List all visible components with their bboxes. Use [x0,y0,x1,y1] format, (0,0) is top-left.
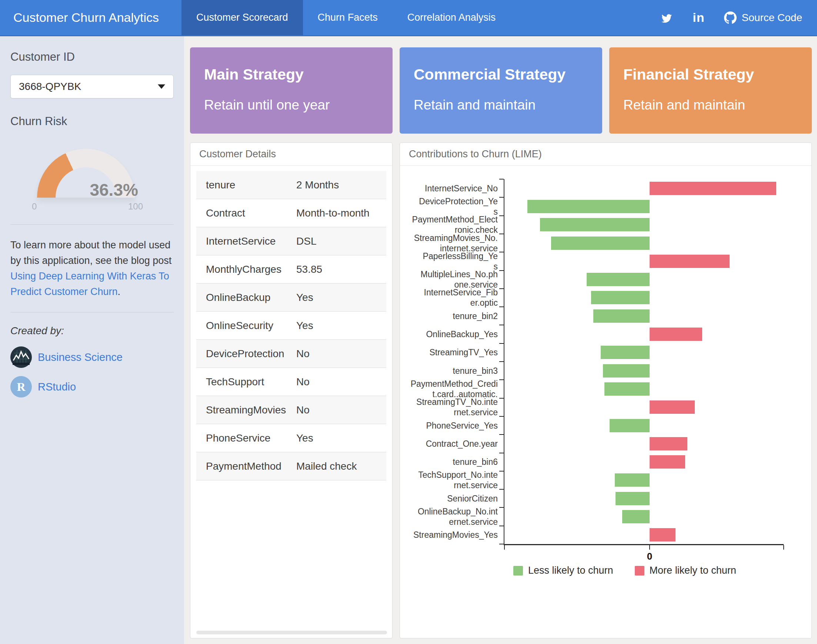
lime-bar [527,200,650,213]
lime-row: StreamingTV_Yes [504,343,784,362]
row-value: Yes [296,432,386,444]
lime-row: SeniorCitizen [504,489,784,508]
churn-risk-gauge: 36.3% [37,149,135,198]
lime-chart-panel: Contributions to Churn (LIME) InternetSe… [399,143,812,638]
category-label: OnlineBackup_Yes [397,329,498,339]
source-code-label: Source Code [742,12,802,24]
y-axis-tick [499,379,504,380]
navbar: Customer Churn Analytics Customer Scorec… [0,0,817,36]
lime-row: OnlineBackup_No.internet.service [504,508,784,526]
y-axis-tick [499,361,504,362]
table-row: OnlineBackupYes [196,284,386,312]
sidebar: Customer ID 3668-QPYBK Churn Risk 36.3% … [0,36,184,644]
legend-swatch [635,566,644,575]
tab-correlation-analysis[interactable]: Correlation Analysis [393,0,511,35]
y-axis-tick [499,270,504,271]
y-axis-tick [499,526,504,526]
lime-bar [615,473,650,487]
lime-bar [601,346,650,359]
category-label: DeviceProtection_Yes [397,196,498,217]
lime-row: PaymentMethod_Credit.card..automatic. [504,380,784,398]
lime-bar [551,236,650,250]
gauge-minmax: 0 100 [32,201,143,212]
row-value: Month-to-month [296,207,386,219]
gauge-min-label: 0 [32,201,37,212]
business-science-link[interactable]: Business Science [38,351,123,363]
y-axis-tick [499,416,504,417]
tab-churn-facets[interactable]: Churn Facets [303,0,393,35]
lime-row: OnlineBackup_Yes [504,325,784,343]
x-axis-tick [649,545,650,550]
row-key: Contract [196,207,296,219]
lime-row: PaymentMethod_Electronic.check [504,216,784,234]
row-key: PhoneService [196,432,296,444]
customer-id-select[interactable]: 3668-QPYBK [10,75,174,98]
y-axis-tick [499,453,504,453]
lime-row: InternetService_Fiber.optic [504,289,784,307]
strategy-subtitle: Retain and maintain [414,97,602,113]
row-value: Mailed check [296,460,386,472]
horizontal-scrollbar[interactable] [196,631,387,634]
category-label: tenure_bin3 [397,366,498,376]
tab-customer-scorecard[interactable]: Customer Scorecard [181,0,303,35]
lime-bar [650,182,776,195]
lime-row: PaperlessBilling_Yes [504,252,784,270]
lime-row: MultipleLines_No.phone.service [504,271,784,289]
lime-row: tenure_bin2 [504,307,784,325]
row-key: StreamingMovies [196,404,296,416]
category-label: TechSupport_No.internet.service [397,470,498,491]
github-icon [724,11,737,24]
row-value: No [296,348,386,360]
lime-bar [591,291,650,304]
category-label: Contract_One.year [397,439,498,449]
about-text: To learn more about the model used by th… [10,237,174,299]
lime-bar [540,218,650,232]
category-label: PaymentMethod_Electronic.check [397,214,498,235]
lime-row: StreamingTV_No.internet.service [504,398,784,416]
lime-bar [650,455,685,469]
row-value: Yes [296,292,386,304]
lime-bar [650,400,695,414]
strategy-title: Commercial Strategy [414,66,602,83]
lime-bar [622,510,650,523]
x-axis-tick [783,545,784,550]
x-axis-zero-label: 0 [647,551,652,562]
lime-row: PhoneService_Yes [504,416,784,434]
legend-label: More likely to churn [650,565,736,576]
category-label: PhoneService_Yes [397,420,498,431]
y-axis-tick [499,233,504,234]
strategy-title: Main Strategy [204,66,393,83]
row-key: OnlineBackup [196,292,296,304]
app-title: Customer Churn Analytics [0,0,181,35]
y-axis-tick [499,434,504,435]
y-axis-tick [499,544,504,544]
row-key: PaymentMethod [196,460,296,472]
category-label: tenure_bin2 [397,311,498,321]
category-label: PaperlessBilling_Yes [397,251,498,272]
category-label: StreamingMovies_Yes [397,530,498,540]
row-value: No [296,376,386,388]
created-by-label: Created by: [10,325,174,337]
row-value: 2 Months [296,179,386,191]
category-label: InternetService_No [397,183,498,193]
lime-bar [610,419,650,432]
lime-row: DeviceProtection_Yes [504,197,784,215]
y-axis-tick [499,251,504,252]
row-key: TechSupport [196,376,296,388]
sidebar-divider [10,312,174,312]
lime-row: tenure_bin3 [504,362,784,380]
legend-item[interactable]: More likely to churn [635,565,736,576]
legend-item[interactable]: Less likely to churn [513,565,613,576]
customer-details-title: Customer Details [190,143,392,166]
source-code-link[interactable]: Source Code [724,11,802,24]
rstudio-link[interactable]: RStudio [38,381,76,393]
twitter-icon[interactable] [660,12,673,24]
y-axis-tick [499,179,504,179]
chart-legend: Less likely to churnMore likely to churn [513,565,736,576]
category-label: MultipleLines_No.phone.service [397,269,498,290]
category-label: StreamingMovies_No.internet.service [397,233,498,253]
linkedin-icon[interactable]: in [693,10,705,25]
x-axis-tick [504,545,505,550]
blog-post-link[interactable]: Using Deep Learning With Keras To Predic… [10,271,169,297]
table-row: OnlineSecurityYes [196,312,386,340]
